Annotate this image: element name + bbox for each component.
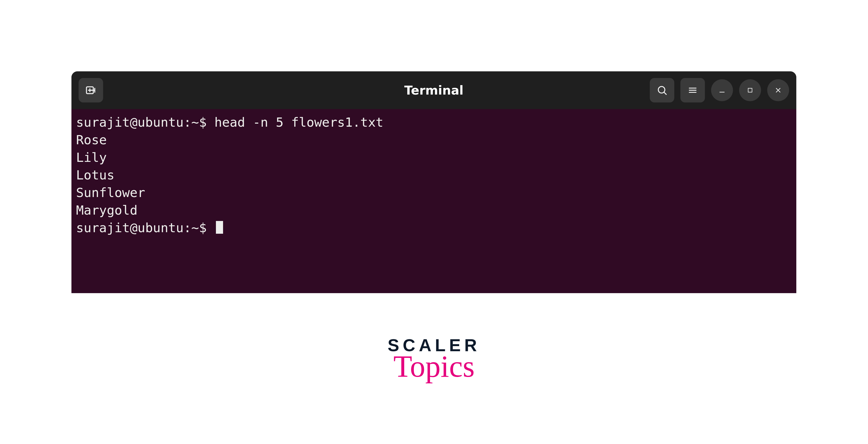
menu-button[interactable] (680, 78, 705, 102)
prompt-suffix: $ (199, 220, 207, 235)
output-line: Marygold (71, 202, 796, 219)
prompt-cwd: ~ (191, 220, 199, 235)
titlebar-right-group (650, 78, 789, 102)
close-button[interactable] (767, 79, 789, 101)
prompt-cwd: ~ (191, 115, 199, 130)
typed-command: head -n 5 flowers1.txt (214, 115, 383, 130)
prompt-sep: : (184, 115, 191, 130)
new-tab-icon (85, 84, 97, 96)
titlebar: Terminal (71, 71, 796, 109)
output-line: Lily (71, 149, 796, 166)
prompt-user-host: surajit@ubuntu (76, 115, 184, 130)
terminal-line-prompt: surajit@ubuntu:~$ head -n 5 flowers1.txt (71, 114, 796, 131)
minimize-icon (718, 87, 726, 94)
prompt-suffix: $ (199, 115, 207, 130)
watermark-logo: SCALER Topics (388, 336, 480, 382)
maximize-icon (747, 87, 753, 94)
search-icon (656, 84, 668, 96)
output-line: Sunflower (71, 184, 796, 202)
output-line: Rose (71, 131, 796, 149)
minimize-button[interactable] (711, 79, 733, 101)
cursor (216, 221, 223, 234)
terminal-line-prompt: surajit@ubuntu:~$ (71, 219, 796, 237)
new-tab-button[interactable] (79, 78, 103, 102)
svg-rect-7 (748, 88, 752, 92)
hamburger-icon (688, 85, 698, 95)
window-title: Terminal (404, 83, 463, 97)
svg-line-2 (664, 92, 666, 95)
prompt-sep: : (184, 220, 191, 235)
prompt-user-host: surajit@ubuntu (76, 220, 184, 235)
maximize-button[interactable] (739, 79, 761, 101)
search-button[interactable] (650, 78, 674, 102)
terminal-body[interactable]: surajit@ubuntu:~$ head -n 5 flowers1.txt… (71, 109, 796, 293)
close-icon (774, 87, 782, 94)
titlebar-left-group (79, 78, 103, 102)
logo-text-topics: Topics (388, 351, 480, 382)
terminal-window: Terminal (71, 71, 796, 293)
output-line: Lotus (71, 166, 796, 184)
